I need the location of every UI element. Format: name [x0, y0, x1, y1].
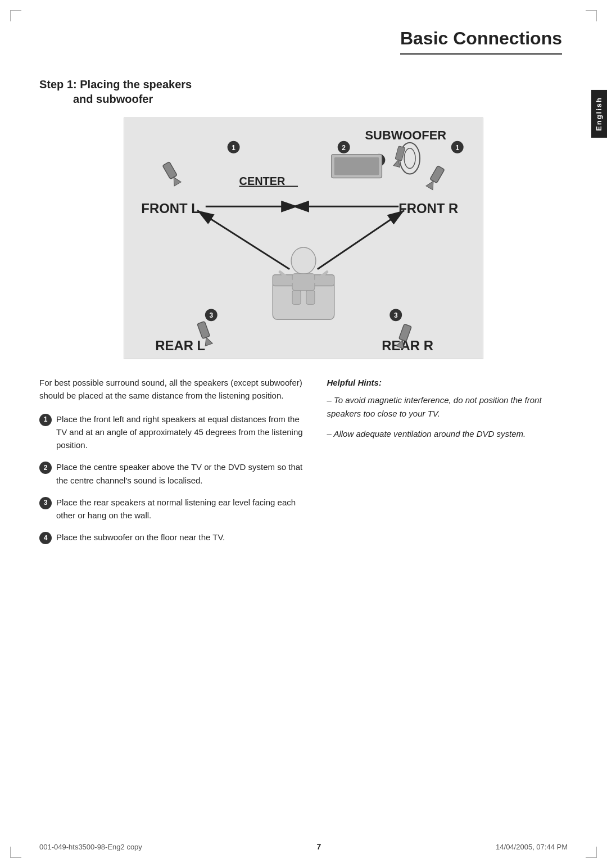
svg-text:3: 3	[209, 311, 213, 319]
svg-rect-0	[124, 118, 482, 359]
num-text-3: Place the rear speakers at normal listen…	[56, 496, 304, 522]
main-content: Step 1: Placing the speakers and subwoof…	[0, 60, 607, 576]
num-text-2: Place the centre speaker above the TV or…	[56, 460, 304, 487]
svg-text:REAR L: REAR L	[155, 338, 205, 353]
numbered-item-4: 4 Place the subwoofer on the floor near …	[39, 531, 304, 544]
step-heading: Step 1: Placing the speakers and subwoof…	[39, 77, 568, 106]
svg-text:SUBWOOFER: SUBWOOFER	[365, 128, 446, 142]
hint-2: – Allow adequate ventilation around the …	[327, 427, 568, 441]
svg-rect-25	[292, 274, 315, 291]
num-circle-4: 4	[39, 532, 52, 544]
language-tab: English	[591, 90, 607, 138]
num-circle-2: 2	[39, 462, 52, 474]
svg-text:3: 3	[394, 311, 398, 319]
hints-body: – To avoid magnetic interference, do not…	[327, 394, 568, 441]
footer-right: 14/04/2005, 07:44 PM	[496, 843, 568, 851]
numbered-item-3: 3 Place the rear speakers at normal list…	[39, 496, 304, 522]
col-right: Helpful Hints: – To avoid magnetic inter…	[327, 376, 568, 553]
svg-text:FRONT L: FRONT L	[141, 201, 199, 216]
svg-rect-7	[334, 157, 379, 175]
intro-paragraph: For best possible surround sound, all th…	[39, 376, 304, 403]
page-title: Basic Connections	[400, 28, 562, 55]
diagram-svg: SUBWOOFER 2 4 1 1 CENTER	[124, 118, 483, 359]
page-title-area: Basic Connections	[0, 0, 607, 60]
footer-left: 001-049-hts3500-98-Eng2 copy	[39, 843, 142, 851]
corner-mark-bl	[10, 847, 21, 858]
num-circle-3: 3	[39, 497, 52, 509]
svg-rect-27	[306, 291, 315, 305]
svg-text:CENTER: CENTER	[239, 175, 286, 187]
svg-text:1: 1	[232, 144, 235, 152]
svg-text:FRONT R: FRONT R	[398, 201, 458, 216]
page-footer: 001-049-hts3500-98-Eng2 copy 7 14/04/200…	[39, 842, 568, 851]
text-columns: For best possible surround sound, all th…	[39, 376, 568, 553]
numbered-item-2: 2 Place the centre speaker above the TV …	[39, 460, 304, 487]
num-circle-1: 1	[39, 414, 52, 426]
hints-title: Helpful Hints:	[327, 376, 568, 389]
svg-text:REAR R: REAR R	[382, 338, 433, 353]
corner-mark-tl	[10, 10, 21, 21]
helpful-hints: Helpful Hints: – To avoid magnetic inter…	[327, 376, 568, 441]
corner-mark-br	[586, 847, 597, 858]
footer-page-number: 7	[317, 842, 321, 851]
speaker-diagram: SUBWOOFER 2 4 1 1 CENTER	[124, 117, 483, 359]
col-left: For best possible surround sound, all th…	[39, 376, 304, 553]
svg-text:2: 2	[342, 144, 346, 152]
num-text-4: Place the subwoofer on the floor near th…	[56, 531, 304, 544]
corner-mark-tr	[586, 10, 597, 21]
step-heading-line1: Step 1: Placing the speakers	[39, 78, 192, 91]
step-heading-line2: and subwoofer	[73, 93, 153, 105]
svg-text:1: 1	[455, 144, 459, 152]
svg-point-24	[291, 247, 316, 274]
numbered-item-1: 1 Place the front left and right speaker…	[39, 413, 304, 452]
svg-rect-26	[292, 291, 301, 305]
num-text-1: Place the front left and right speakers …	[56, 413, 304, 452]
hint-1: – To avoid magnetic interference, do not…	[327, 394, 568, 421]
